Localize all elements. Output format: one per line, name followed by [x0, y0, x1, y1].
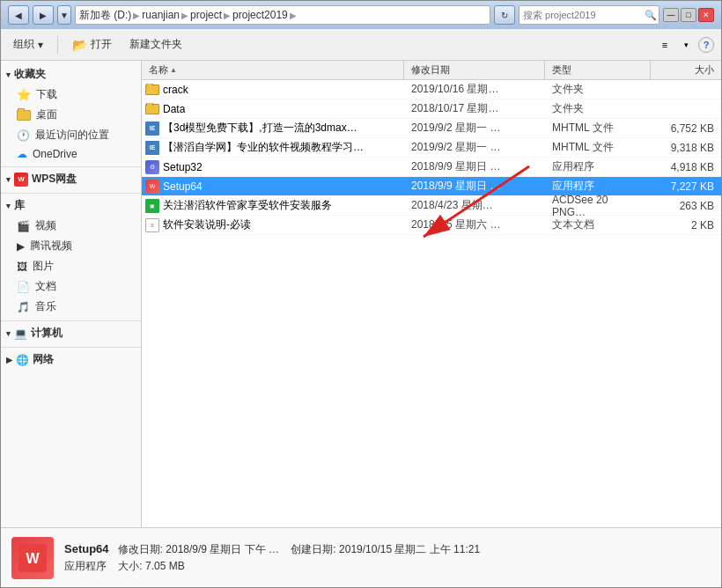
- breadcrumb-sep-3: ▶: [290, 11, 297, 20]
- sidebar-item-music[interactable]: 🎵 音乐: [1, 297, 141, 317]
- library-arrow-icon: ▾: [6, 202, 11, 210]
- forward-button[interactable]: ▶: [33, 5, 54, 25]
- sidebar-item-onedrive[interactable]: ☁ OneDrive: [1, 145, 141, 163]
- column-size[interactable]: 大小: [651, 61, 721, 79]
- sidebar-favorites-header[interactable]: ▾ 收藏夹: [1, 64, 141, 85]
- status-size-label: 大小:: [118, 560, 142, 572]
- view-dropdown-button[interactable]: ▾: [677, 36, 695, 54]
- file-list: 名称 ▲ 修改日期 类型 大小 crack 2019/10/16 星期… 文件夹: [142, 61, 721, 527]
- status-icon-inner: W: [17, 542, 48, 574]
- file-type: ACDSee 20 PNG…: [545, 194, 651, 218]
- open-label: 打开: [91, 37, 112, 52]
- new-folder-button[interactable]: 新建文件夹: [124, 33, 188, 55]
- sidebar-wps-header[interactable]: ▾ W WPS网盘: [1, 169, 141, 189]
- folder-icon: [145, 104, 159, 114]
- file-size: 7,227 KB: [651, 180, 721, 193]
- organize-button[interactable]: 组织 ▾: [8, 33, 48, 55]
- table-row[interactable]: crack 2019/10/16 星期… 文件夹: [142, 80, 721, 99]
- breadcrumb-project[interactable]: project: [190, 9, 222, 21]
- file-size: 4,918 KB: [651, 161, 721, 173]
- minimize-button[interactable]: —: [663, 8, 679, 22]
- table-row[interactable]: ⚙ Setup32 2018/9/9 星期日 … 应用程序 4,918 KB: [142, 158, 721, 177]
- file-name: Setup64: [163, 180, 203, 193]
- sidebar: ▾ 收藏夹 ⭐ 下载 桌面 🕐 最近访问的位置 ☁ OneDrive: [1, 61, 142, 527]
- file-name-cell: ⚙ Setup32: [142, 160, 404, 174]
- sidebar-onedrive-label: OneDrive: [33, 148, 77, 160]
- column-date-label: 修改日期: [411, 63, 450, 77]
- recent-icon: 🕐: [17, 129, 30, 142]
- breadcrumb-project2019[interactable]: project2019: [232, 9, 288, 21]
- open-button[interactable]: 📂 打开: [67, 33, 117, 55]
- file-date: 2018/5/5 星期六 …: [404, 217, 545, 232]
- nav-dropdown-button[interactable]: ▼: [57, 5, 71, 25]
- sidebar-divider-3: [1, 320, 141, 321]
- toolbar-right: ≡ ▾ ?: [656, 36, 714, 54]
- sidebar-section-favorites: ▾ 收藏夹 ⭐ 下载 桌面 🕐 最近访问的位置 ☁ OneDrive: [1, 64, 141, 163]
- help-button[interactable]: ?: [698, 37, 714, 53]
- sidebar-item-desktop[interactable]: 桌面: [1, 105, 141, 125]
- close-button[interactable]: ✕: [698, 8, 714, 22]
- network-icon: 🌐: [16, 354, 29, 366]
- main-content: ▾ 收藏夹 ⭐ 下载 桌面 🕐 最近访问的位置 ☁ OneDrive: [1, 61, 721, 527]
- sidebar-item-tencent-video[interactable]: ▶ 腾讯视频: [1, 236, 141, 256]
- refresh-button[interactable]: ↻: [494, 5, 515, 25]
- sidebar-item-documents[interactable]: 📄 文档: [1, 276, 141, 297]
- table-row[interactable]: ▣ 关注潜滔软件管家享受软件安装服务 2018/4/23 星期… ACDSee …: [142, 196, 721, 216]
- sidebar-item-download[interactable]: ⭐ 下载: [1, 85, 141, 105]
- column-name[interactable]: 名称 ▲: [142, 61, 404, 79]
- sidebar-item-pictures[interactable]: 🖼 图片: [1, 256, 141, 276]
- search-icon[interactable]: 🔍: [645, 10, 657, 21]
- breadcrumb-ruanjian[interactable]: ruanjian: [142, 9, 180, 21]
- file-date: 2018/4/23 星期…: [404, 198, 545, 213]
- sidebar-divider-2: [1, 193, 141, 194]
- search-box[interactable]: 🔍: [519, 5, 659, 25]
- breadcrumb-sep-0: ▶: [133, 11, 140, 20]
- file-name-cell: crack: [142, 84, 404, 96]
- back-button[interactable]: ◀: [8, 5, 29, 25]
- search-input[interactable]: [523, 10, 645, 20]
- file-type: 应用程序: [545, 179, 651, 194]
- sidebar-library-header[interactable]: ▾ 库: [1, 195, 141, 216]
- sidebar-music-label: 音乐: [35, 299, 56, 314]
- file-name: crack: [163, 84, 188, 96]
- column-date[interactable]: 修改日期: [404, 61, 545, 79]
- file-name: 【3d模型免费下载】,打造一流的3dmax…: [163, 121, 357, 136]
- file-name: 软件安装说明-必读: [163, 217, 251, 232]
- table-row[interactable]: Data 2018/10/17 星期… 文件夹: [142, 99, 721, 119]
- table-row[interactable]: IE 【潜滔自学网】专业的软件视频教程学习… 2019/9/2 星期一 … MH…: [142, 138, 721, 158]
- file-name-cell: W Setup64: [142, 180, 404, 194]
- maximize-button[interactable]: □: [681, 8, 696, 22]
- column-type-label: 类型: [552, 63, 571, 77]
- sidebar-item-video[interactable]: 🎬 视频: [1, 216, 141, 236]
- file-type: 文本文档: [545, 217, 651, 232]
- view-icon: ≡: [662, 40, 667, 50]
- organize-arrow-icon: ▾: [38, 39, 43, 51]
- title-bar: ◀ ▶ ▼ 新加卷 (D:) ▶ ruanjian ▶ project ▶ pr…: [1, 1, 721, 29]
- column-type[interactable]: 类型: [545, 61, 651, 79]
- file-name: Setup32: [163, 161, 203, 173]
- window-controls: — □ ✕: [663, 8, 714, 22]
- favorites-arrow-icon: ▾: [6, 70, 11, 79]
- sidebar-computer-header[interactable]: ▾ 💻 计算机: [1, 323, 141, 343]
- file-name: 关注潜滔软件管家享受软件安装服务: [163, 198, 332, 213]
- status-create-label: 创建日期:: [291, 543, 335, 555]
- toolbar: 组织 ▾ 📂 打开 新建文件夹 ≡ ▾ ?: [1, 29, 721, 61]
- sidebar-section-computer: ▾ 💻 计算机: [1, 323, 141, 343]
- breadcrumb-drive[interactable]: 新加卷 (D:): [79, 8, 131, 23]
- sidebar-tencent-video-label: 腾讯视频: [30, 239, 72, 254]
- sidebar-network-header[interactable]: ▶ 🌐 网络: [1, 349, 141, 370]
- file-name-cell: IE 【潜滔自学网】专业的软件视频教程学习…: [142, 140, 404, 155]
- file-type: 应用程序: [545, 159, 651, 174]
- breadcrumb[interactable]: 新加卷 (D:) ▶ ruanjian ▶ project ▶ project2…: [75, 5, 490, 25]
- file-date: 2018/9/9 星期日 …: [404, 159, 545, 174]
- folder-icon: [145, 85, 159, 95]
- sidebar-item-recent[interactable]: 🕐 最近访问的位置: [1, 125, 141, 145]
- file-type: 文件夹: [545, 101, 651, 116]
- file-type: MHTML 文件: [545, 140, 651, 155]
- file-date: 2018/9/9 星期日 …: [404, 179, 545, 194]
- file-list-header: 名称 ▲ 修改日期 类型 大小: [142, 61, 721, 80]
- view-button[interactable]: ≡: [656, 36, 674, 54]
- table-row[interactable]: ≡ 软件安装说明-必读 2018/5/5 星期六 … 文本文档 2 KB: [142, 216, 721, 235]
- documents-icon: 📄: [17, 281, 30, 293]
- table-row[interactable]: IE 【3d模型免费下载】,打造一流的3dmax… 2019/9/2 星期一 ……: [142, 119, 721, 138]
